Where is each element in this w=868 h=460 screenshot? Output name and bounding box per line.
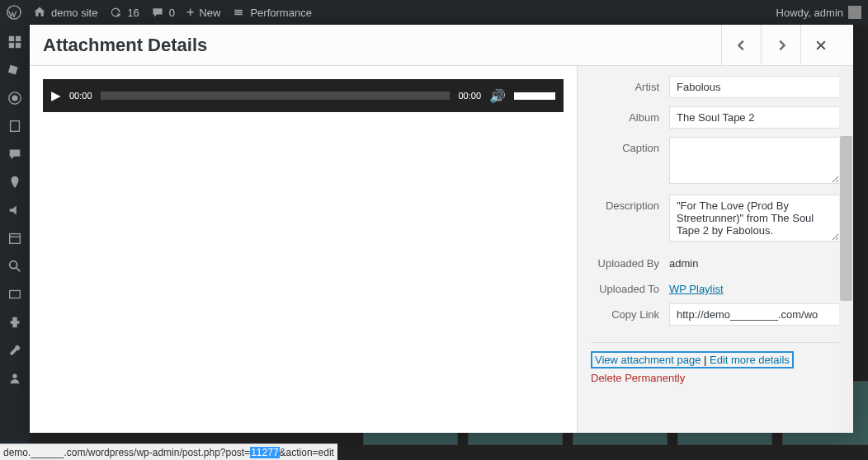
uploadedto-link[interactable]: WP Playlist xyxy=(669,283,724,295)
audio-total-time: 00:00 xyxy=(458,91,481,101)
copylink-field[interactable] xyxy=(669,303,840,326)
uploadedby-value: admin xyxy=(669,252,698,270)
comments-link[interactable]: 0 xyxy=(151,6,175,19)
sidebar-media[interactable] xyxy=(0,84,30,112)
audio-progress[interactable] xyxy=(101,92,451,100)
new-content[interactable]: +New xyxy=(186,5,220,20)
details-sidebar: Artist Album Caption Description "For Th… xyxy=(577,66,853,433)
delete-permanently-link[interactable]: Delete Permanently xyxy=(591,372,840,384)
admin-bar: demo site 16 0 +New Performance Howdy, a… xyxy=(0,0,868,25)
sidebar-comments[interactable] xyxy=(0,140,30,168)
audio-player[interactable]: ▶ 00:00 00:00 🔊 xyxy=(43,79,564,112)
svg-point-10 xyxy=(10,261,17,269)
avatar xyxy=(848,6,861,19)
description-label: Description xyxy=(591,195,669,212)
album-label: Album xyxy=(591,106,669,124)
description-field[interactable]: "For The Love (Prod By Streetrunner)" fr… xyxy=(669,195,840,242)
wp-logo[interactable] xyxy=(7,5,21,20)
volume-slider[interactable] xyxy=(514,92,555,100)
prev-button[interactable] xyxy=(721,25,761,66)
sidebar-search[interactable] xyxy=(0,252,30,280)
admin-sidebar xyxy=(0,25,30,460)
uploadedby-label: Uploaded By xyxy=(591,252,669,270)
sidebar-users[interactable] xyxy=(0,364,30,392)
svg-rect-4 xyxy=(16,43,21,48)
updates-link[interactable]: 16 xyxy=(109,6,139,19)
edit-more-link[interactable]: Edit more details xyxy=(710,354,790,366)
svg-line-11 xyxy=(17,268,21,272)
sidebar-posts[interactable] xyxy=(0,56,30,84)
sidebar-appearance[interactable] xyxy=(0,280,30,308)
album-field[interactable] xyxy=(669,106,840,129)
svg-rect-7 xyxy=(11,121,20,132)
actions: View attachment page | Edit more details… xyxy=(591,351,840,384)
audio-current-time: 00:00 xyxy=(69,91,92,101)
svg-rect-12 xyxy=(10,291,21,298)
sidebar-pages[interactable] xyxy=(0,112,30,140)
browser-status-bar: demo.______.com/wordpress/wp-admin/post.… xyxy=(0,444,337,460)
svg-rect-3 xyxy=(9,43,14,48)
uploadedto-label: Uploaded To xyxy=(591,278,669,295)
sidebar-tools[interactable] xyxy=(0,336,30,364)
artist-label: Artist xyxy=(591,76,669,93)
next-button[interactable] xyxy=(761,25,800,66)
volume-icon[interactable]: 🔊 xyxy=(489,88,506,104)
svg-rect-2 xyxy=(16,36,21,41)
copylink-label: Copy Link xyxy=(591,303,669,321)
sidebar-plugins[interactable] xyxy=(0,308,30,336)
play-icon[interactable]: ▶ xyxy=(51,88,61,103)
svg-point-13 xyxy=(12,374,17,378)
attachment-details-modal: Attachment Details ▶ 00:00 00:00 🔊 Artis… xyxy=(30,25,853,433)
sidebar-map[interactable] xyxy=(0,168,30,196)
sidebar-dashboard[interactable] xyxy=(0,28,30,56)
sidebar-volume[interactable] xyxy=(0,196,30,224)
scrollbar[interactable] xyxy=(840,136,852,301)
svg-rect-8 xyxy=(10,234,21,244)
artist-field[interactable] xyxy=(669,76,840,98)
svg-point-5 xyxy=(12,95,17,101)
caption-label: Caption xyxy=(591,137,669,154)
close-button[interactable] xyxy=(800,25,840,66)
site-link[interactable]: demo site xyxy=(33,6,97,19)
howdy-account[interactable]: Howdy, admin xyxy=(776,6,861,19)
view-attachment-link[interactable]: View attachment page xyxy=(595,354,701,366)
modal-title: Attachment Details xyxy=(43,35,207,56)
divider xyxy=(591,342,840,343)
caption-field[interactable] xyxy=(669,137,840,184)
svg-rect-1 xyxy=(9,36,14,41)
performance-link[interactable]: Performance xyxy=(232,6,311,19)
sidebar-calendar[interactable] xyxy=(0,224,30,252)
media-preview: ▶ 00:00 00:00 🔊 xyxy=(30,66,577,433)
